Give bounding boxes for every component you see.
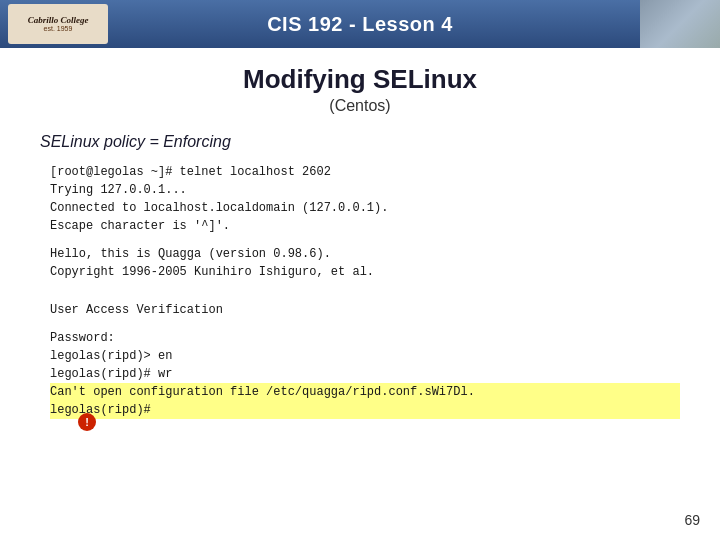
- logo-sub: est. 1959: [44, 25, 73, 32]
- header-bar: Cabrillo College est. 1959 CIS 192 - Les…: [0, 0, 720, 48]
- term-line: Escape character is '^]'.: [50, 217, 680, 235]
- term-line: [50, 235, 680, 245]
- logo: Cabrillo College est. 1959: [8, 4, 108, 44]
- error-icon: [78, 413, 96, 431]
- term-line: legolas(ripd)> en: [50, 347, 680, 365]
- header-title: CIS 192 - Lesson 4: [267, 13, 453, 36]
- term-line: [50, 291, 680, 301]
- term-line: [50, 319, 680, 329]
- page-title: Modifying SELinux: [40, 64, 680, 95]
- term-line: [root@legolas ~]# telnet localhost 2602: [50, 163, 680, 181]
- header-photo: [640, 0, 720, 48]
- term-line: [50, 281, 680, 291]
- term-line: Copyright 1996-2005 Kunihiro Ishiguro, e…: [50, 263, 680, 281]
- term-line: User Access Verification: [50, 301, 680, 319]
- main-content: Modifying SELinux (Centos) SELinux polic…: [0, 48, 720, 429]
- term-line: Hello, this is Quagga (version 0.98.6).: [50, 245, 680, 263]
- selinux-policy-label: SELinux policy = Enforcing: [40, 133, 680, 151]
- term-line: Connected to localhost.localdomain (127.…: [50, 199, 680, 217]
- page-number: 69: [684, 512, 700, 528]
- term-line: legolas(ripd)# wr: [50, 365, 680, 383]
- term-line: Trying 127.0.0.1...: [50, 181, 680, 199]
- terminal-block: [root@legolas ~]# telnet localhost 2602T…: [40, 163, 680, 419]
- logo-text: Cabrillo College: [28, 16, 89, 26]
- page-subtitle: (Centos): [40, 97, 680, 115]
- terminal-wrapper: [root@legolas ~]# telnet localhost 2602T…: [40, 163, 680, 419]
- term-line: legolas(ripd)#: [50, 401, 680, 419]
- term-line: Password:: [50, 329, 680, 347]
- term-line: Can't open configuration file /etc/quagg…: [50, 383, 680, 401]
